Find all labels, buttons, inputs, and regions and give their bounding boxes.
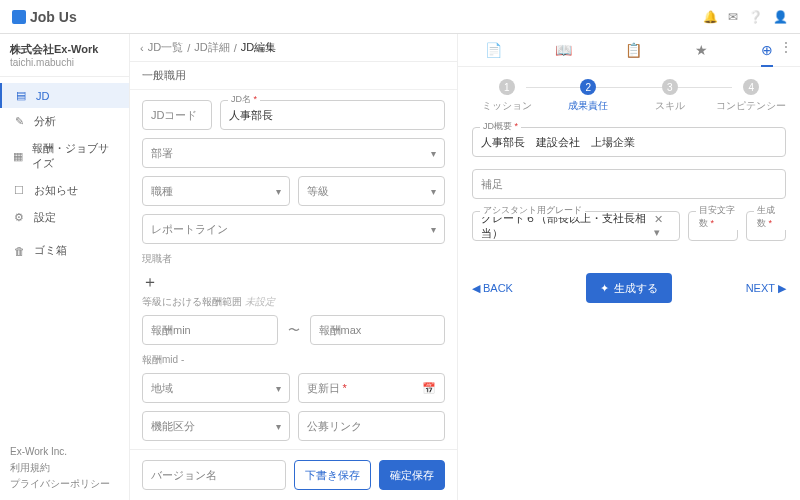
- footer-terms[interactable]: 利用規約: [10, 460, 119, 476]
- sidebar-item-label: JD: [36, 90, 49, 102]
- sidebar-item-jd[interactable]: ▤JD: [0, 83, 129, 108]
- step-outcomes[interactable]: 2成果責任: [548, 79, 630, 113]
- step-label: ミッション: [482, 99, 532, 113]
- money-icon: ▦: [12, 150, 24, 163]
- account-icon[interactable]: 👤: [773, 10, 788, 24]
- comp-max-input[interactable]: 報酬max: [310, 315, 446, 345]
- clear-icon[interactable]: ✕ ▾: [654, 213, 671, 239]
- jd-name-label: JD名 *: [228, 93, 260, 106]
- open-link-input[interactable]: 公募リンク: [298, 411, 446, 441]
- logo-mark: [12, 10, 26, 24]
- step-skills[interactable]: 3スキル: [629, 79, 711, 113]
- comp-range-label: 等級における報酬範囲: [142, 296, 242, 307]
- tab-star-icon[interactable]: ★: [695, 42, 708, 58]
- calendar-icon: 📅: [422, 382, 436, 395]
- breadcrumb-item: JD編集: [241, 40, 276, 55]
- sidebar-item-trash[interactable]: 🗑ゴミ箱: [0, 237, 129, 264]
- doc-icon: ▤: [14, 89, 28, 102]
- company-block: 株式会社Ex-Work taichi.mabuchi: [0, 34, 129, 77]
- notice-icon: ☐: [12, 184, 26, 197]
- sidebar-item-label: お知らせ: [34, 183, 78, 198]
- section-title: 一般職用: [130, 62, 457, 90]
- tab-doc-icon[interactable]: 📄: [485, 42, 502, 58]
- brand-text: Job Us: [30, 9, 77, 25]
- generate-button[interactable]: ✦ 生成する: [586, 273, 672, 303]
- trash-icon: 🗑: [12, 245, 26, 257]
- assistant-grade-label: アシスタント用グレード: [480, 204, 585, 217]
- charcount-label: 目安文字数 *: [696, 204, 738, 230]
- update-date-input[interactable]: 更新日 *📅: [298, 373, 446, 403]
- sidebar-item-label: 設定: [34, 210, 56, 225]
- range-tilde: 〜: [286, 322, 302, 339]
- step-label: スキル: [655, 99, 685, 113]
- reportline-select[interactable]: レポートライン: [142, 214, 445, 244]
- sidebar-item-analytics[interactable]: ✎分析: [0, 108, 129, 135]
- draft-save-button[interactable]: 下書き保存: [294, 460, 371, 490]
- jobtype-select[interactable]: 職種: [142, 176, 290, 206]
- step-mission[interactable]: 1ミッション: [466, 79, 548, 113]
- tab-book-icon[interactable]: 📖: [555, 42, 572, 58]
- sidebar-item-label: 報酬・ジョブサイズ: [32, 141, 117, 171]
- dept-select[interactable]: 部署: [142, 138, 445, 168]
- right-menu-icon[interactable]: ⋮: [780, 40, 792, 54]
- gencount-label: 生成数 *: [754, 204, 786, 230]
- comp-range-unset: 未設定: [245, 296, 275, 307]
- footer-company: Ex-Work Inc.: [10, 444, 119, 460]
- logo[interactable]: Job Us: [12, 9, 77, 25]
- next-button[interactable]: NEXT ▶: [746, 282, 786, 295]
- confirm-save-button[interactable]: 確定保存: [379, 460, 445, 490]
- step-label: 成果責任: [568, 99, 608, 113]
- incumbent-label: 現職者: [142, 252, 445, 266]
- sidebar-item-settings[interactable]: ⚙設定: [0, 204, 129, 231]
- region-select[interactable]: 地域: [142, 373, 290, 403]
- grade-select[interactable]: 等級: [298, 176, 446, 206]
- gear-icon: ⚙: [12, 211, 26, 224]
- sidebar-item-compensation[interactable]: ▦報酬・ジョブサイズ: [0, 135, 129, 177]
- help-icon[interactable]: ❔: [748, 10, 763, 24]
- comp-min-input[interactable]: 報酬min: [142, 315, 278, 345]
- breadcrumb: ‹ JD一覧 / JD詳細 / JD編集: [130, 34, 457, 62]
- analytics-icon: ✎: [12, 115, 26, 128]
- company-user: taichi.mabuchi: [10, 57, 119, 68]
- jd-code-input[interactable]: JDコード: [142, 100, 212, 130]
- mail-icon[interactable]: ✉: [728, 10, 738, 24]
- step-competency[interactable]: 4コンピテンシー: [711, 79, 793, 113]
- tab-add-icon[interactable]: ⊕: [761, 42, 773, 67]
- comp-mid-label: 報酬mid -: [142, 353, 445, 367]
- sidebar-item-label: 分析: [34, 114, 56, 129]
- company-name: 株式会社Ex-Work: [10, 42, 119, 57]
- footer-privacy[interactable]: プライバシーポリシー: [10, 476, 119, 492]
- add-incumbent-button[interactable]: ＋: [142, 272, 162, 293]
- step-label: コンピテンシー: [716, 99, 786, 113]
- sidebar-item-label: ゴミ箱: [34, 243, 67, 258]
- overview-label: JD概要 *: [480, 120, 521, 133]
- bell-icon[interactable]: 🔔: [703, 10, 718, 24]
- breadcrumb-back-icon[interactable]: ‹: [140, 42, 144, 54]
- supplement-input[interactable]: 補足: [472, 169, 786, 199]
- back-button[interactable]: ◀ BACK: [472, 282, 513, 295]
- sidebar-item-notice[interactable]: ☐お知らせ: [0, 177, 129, 204]
- tab-notes-icon[interactable]: 📋: [625, 42, 642, 58]
- breadcrumb-item[interactable]: JD一覧: [148, 40, 183, 55]
- version-input[interactable]: バージョン名: [142, 460, 286, 490]
- breadcrumb-item[interactable]: JD詳細: [194, 40, 229, 55]
- func-class-select[interactable]: 機能区分: [142, 411, 290, 441]
